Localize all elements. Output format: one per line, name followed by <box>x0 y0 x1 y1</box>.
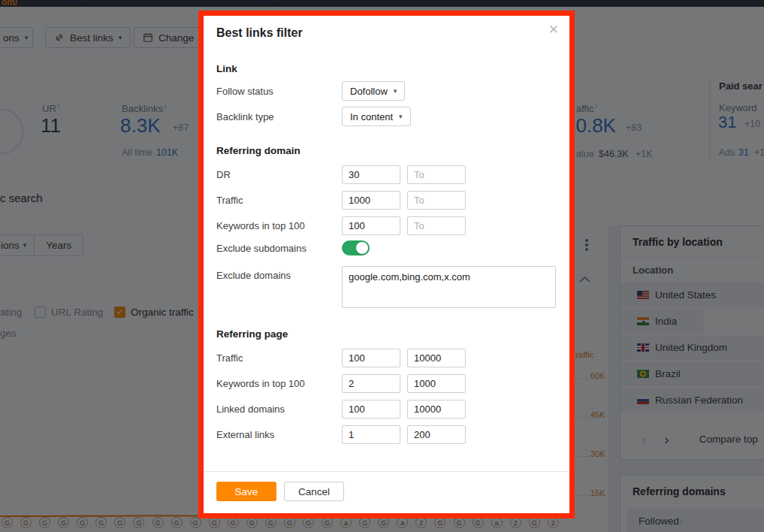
exclude-domains-label: Exclude domains <box>216 266 342 281</box>
exclude-domains-textarea[interactable]: google.com,bing.com,x.com <box>342 266 556 308</box>
footer-divider <box>204 471 569 472</box>
follow-status-label: Follow status <box>216 86 342 97</box>
rp-traffic-to-input[interactable] <box>407 349 466 367</box>
rp-keywords-label: Keywords in top 100 <box>216 378 342 389</box>
external-links-label: External links <box>216 429 342 440</box>
annotation-highlight: Best links filter ✕ Link Follow status D… <box>198 11 575 518</box>
linked-domains-label: Linked domains <box>216 404 342 415</box>
chevron-down-icon: ▾ <box>394 88 397 95</box>
linked-domains-from-input[interactable] <box>342 400 400 419</box>
dr-label: DR <box>216 169 342 180</box>
rd-keywords-to-input[interactable] <box>407 216 466 235</box>
rp-traffic-label: Traffic <box>216 352 342 364</box>
rd-keywords-from-input[interactable] <box>342 216 400 235</box>
follow-status-dropdown[interactable]: Dofollow ▾ <box>342 81 405 101</box>
linked-domains-to-input[interactable] <box>407 400 466 419</box>
rp-keywords-to-input[interactable] <box>407 374 466 393</box>
chevron-down-icon: ▾ <box>399 113 403 120</box>
best-links-filter-modal: Best links filter ✕ Link Follow status D… <box>204 16 569 513</box>
exclude-subdomains-toggle[interactable] <box>342 240 370 255</box>
external-links-from-input[interactable] <box>342 425 400 444</box>
link-section-heading: Link <box>216 63 237 74</box>
backlink-type-label: Backlink type <box>216 111 342 122</box>
exclude-subdomains-label: Exclude subdomains <box>216 243 342 254</box>
external-links-to-input[interactable] <box>407 425 466 444</box>
referring-domain-heading: Referring domain <box>216 145 300 156</box>
modal-title: Best links filter <box>216 26 303 40</box>
rd-keywords-label: Keywords in top 100 <box>216 220 342 231</box>
rd-traffic-to-input[interactable] <box>407 191 466 210</box>
rp-keywords-from-input[interactable] <box>342 374 400 393</box>
site-explorer-screen: om/ #1 White Label SEO & Link Building A… <box>0 0 764 532</box>
referring-page-heading: Referring page <box>216 328 288 340</box>
rp-traffic-from-input[interactable] <box>342 349 400 367</box>
close-icon[interactable]: ✕ <box>548 22 559 38</box>
rd-traffic-from-input[interactable] <box>342 191 400 210</box>
cancel-button[interactable]: Cancel <box>284 482 344 501</box>
backlink-type-dropdown[interactable]: In content ▾ <box>342 107 411 126</box>
dr-from-input[interactable] <box>342 165 400 184</box>
dr-to-input[interactable] <box>407 165 466 184</box>
save-button[interactable]: Save <box>216 482 276 501</box>
rd-traffic-label: Traffic <box>216 195 342 206</box>
